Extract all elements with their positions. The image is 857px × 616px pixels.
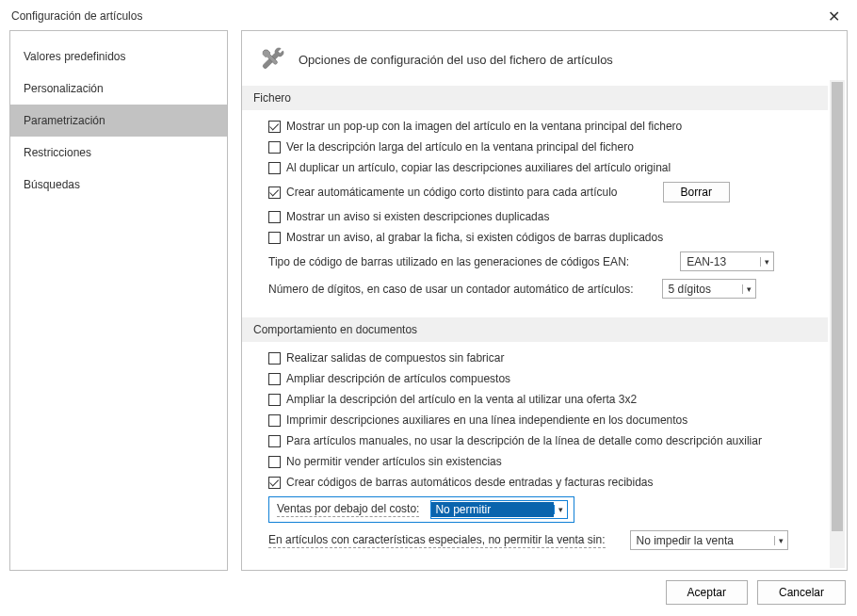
cancel-button[interactable]: Cancelar bbox=[757, 580, 846, 605]
label-imprimir-aux: Imprimir descripciones auxiliares en una… bbox=[286, 413, 687, 427]
sidebar-item-label: Valores predefinidos bbox=[24, 50, 126, 63]
select-ventas-bajo-costo[interactable]: No permitir ▾ bbox=[430, 500, 568, 519]
select-value: No permitir bbox=[431, 502, 554, 517]
scrollbar-vertical[interactable] bbox=[830, 80, 845, 568]
label-codigo-corto: Crear automáticamente un código corto di… bbox=[286, 186, 618, 199]
label-caract-especiales: En artículos con características especia… bbox=[268, 533, 606, 548]
label-num-digitos: Número de dígitos, en caso de usar un co… bbox=[268, 283, 634, 296]
select-caract-especiales[interactable]: No impedir la venta ▾ bbox=[630, 530, 788, 550]
checkbox-aviso-barras[interactable] bbox=[268, 232, 281, 244]
checkbox-codigo-corto[interactable] bbox=[268, 186, 281, 199]
section-body-comportamiento: Realizar salidas de compuestos sin fabri… bbox=[242, 351, 828, 569]
label-popup-imagen: Mostrar un pop-up con la imagen del artí… bbox=[286, 120, 682, 133]
row-num-digitos: Número de dígitos, en caso de usar un co… bbox=[268, 279, 815, 299]
checkbox-manuales-desc[interactable] bbox=[268, 435, 281, 447]
label-no-permitir-sin-exist: No permitir vender artículos sin existen… bbox=[286, 455, 502, 468]
row-desc-larga: Ver la descripción larga del artículo en… bbox=[268, 140, 815, 154]
content-panel: Opciones de configuración del uso del fi… bbox=[241, 30, 848, 571]
checkbox-duplicar-copiar[interactable] bbox=[268, 162, 281, 174]
highlight-ventas-bajo-costo: Ventas por debajo del costo: No permitir… bbox=[268, 496, 574, 523]
select-tipo-barras[interactable]: EAN-13 ▾ bbox=[680, 251, 774, 271]
sidebar-item-label: Personalización bbox=[24, 82, 104, 95]
sidebar-item-restricciones[interactable]: Restricciones bbox=[10, 137, 227, 169]
window-title: Configuración de artículos bbox=[11, 9, 142, 23]
sidebar-item-personalizacion[interactable]: Personalización bbox=[10, 73, 227, 105]
section-body-fichero: Mostrar un pop-up con la imagen del artí… bbox=[242, 120, 828, 317]
chevron-down-icon: ▾ bbox=[774, 536, 784, 545]
select-value: 5 dígitos bbox=[669, 283, 711, 296]
checkbox-ampliar-desc-oferta[interactable] bbox=[268, 394, 281, 406]
tools-icon bbox=[257, 44, 287, 74]
label-aviso-barras: Mostrar un aviso, al grabar la ficha, si… bbox=[286, 231, 663, 244]
chevron-down-icon: ▾ bbox=[554, 505, 567, 514]
chevron-down-icon: ▾ bbox=[742, 284, 752, 294]
scroll-inner: Fichero Mostrar un pop-up con la imagen … bbox=[242, 86, 828, 569]
row-salidas-compuestos: Realizar salidas de compuestos sin fabri… bbox=[268, 351, 815, 365]
label-aviso-duplicadas: Mostrar un aviso si existen descripcione… bbox=[286, 210, 549, 223]
checkbox-crear-barras-auto[interactable] bbox=[268, 477, 281, 489]
row-aviso-duplicadas: Mostrar un aviso si existen descripcione… bbox=[268, 210, 815, 223]
row-aviso-barras: Mostrar un aviso, al grabar la ficha, si… bbox=[268, 231, 815, 244]
sidebar-item-label: Parametrización bbox=[24, 114, 105, 127]
label-desc-larga: Ver la descripción larga del artículo en… bbox=[286, 140, 634, 154]
borrar-button[interactable]: Borrar bbox=[663, 182, 730, 203]
section-header-comportamiento: Comportamiento en documentos bbox=[242, 317, 828, 342]
label-tipo-barras: Tipo de código de barras utilizado en la… bbox=[268, 255, 629, 268]
accept-button[interactable]: Aceptar bbox=[666, 580, 748, 605]
sidebar-item-parametrizacion[interactable]: Parametrización bbox=[10, 105, 227, 137]
sidebar: Valores predefinidos Personalización Par… bbox=[9, 30, 228, 571]
section-header-fichero: Fichero bbox=[242, 86, 828, 110]
row-caract-especiales: En artículos con características especia… bbox=[268, 530, 815, 550]
scroll-area: Fichero Mostrar un pop-up con la imagen … bbox=[242, 78, 847, 570]
select-num-digitos[interactable]: 5 dígitos ▾ bbox=[662, 279, 756, 299]
row-imprimir-aux: Imprimir descripciones auxiliares en una… bbox=[268, 413, 815, 427]
select-value: EAN-13 bbox=[687, 255, 726, 268]
checkbox-popup-imagen[interactable] bbox=[268, 121, 281, 133]
row-crear-barras-auto: Crear códigos de barras automáticos desd… bbox=[268, 476, 815, 489]
close-icon[interactable]: ✕ bbox=[820, 8, 848, 25]
label-ampliar-desc-comp: Ampliar descripción de artículos compues… bbox=[286, 372, 510, 385]
row-ampliar-desc-comp: Ampliar descripción de artículos compues… bbox=[268, 372, 815, 385]
titlebar: Configuración de artículos ✕ bbox=[0, 0, 857, 30]
select-value: No impedir la venta bbox=[637, 534, 734, 547]
dialog-window: Configuración de artículos ✕ Valores pre… bbox=[0, 0, 857, 616]
checkbox-ampliar-desc-comp[interactable] bbox=[268, 373, 281, 385]
row-ampliar-desc-oferta: Ampliar la descripción del artículo en l… bbox=[268, 393, 815, 406]
row-no-permitir-sin-exist: No permitir vender artículos sin existen… bbox=[268, 455, 815, 468]
checkbox-imprimir-aux[interactable] bbox=[268, 414, 281, 427]
sidebar-item-busquedas[interactable]: Búsquedas bbox=[10, 169, 227, 201]
label-salidas-compuestos: Realizar salidas de compuestos sin fabri… bbox=[286, 351, 504, 365]
sidebar-item-label: Búsquedas bbox=[24, 178, 80, 191]
row-manuales-desc: Para artículos manuales, no usar la desc… bbox=[268, 434, 815, 447]
chevron-down-icon: ▾ bbox=[760, 257, 769, 267]
label-crear-barras-auto: Crear códigos de barras automáticos desd… bbox=[286, 476, 654, 489]
checkbox-salidas-compuestos[interactable] bbox=[268, 352, 281, 365]
row-popup-imagen: Mostrar un pop-up con la imagen del artí… bbox=[268, 120, 815, 133]
label-duplicar-copiar: Al duplicar un artículo, copiar las desc… bbox=[286, 161, 671, 174]
content-header: Opciones de configuración del uso del fi… bbox=[242, 31, 847, 78]
label-ventas-bajo-costo: Ventas por debajo del costo: bbox=[277, 502, 419, 517]
row-ventas-bajo-costo: Ventas por debajo del costo: No permitir… bbox=[268, 496, 815, 523]
checkbox-no-permitir-sin-exist[interactable] bbox=[268, 456, 281, 468]
row-tipo-barras: Tipo de código de barras utilizado en la… bbox=[268, 251, 815, 271]
row-duplicar-copiar: Al duplicar un artículo, copiar las desc… bbox=[268, 161, 815, 174]
scrollbar-thumb[interactable] bbox=[832, 82, 843, 531]
dialog-footer: Aceptar Cancelar bbox=[0, 571, 857, 616]
checkbox-aviso-duplicadas[interactable] bbox=[268, 211, 281, 223]
sidebar-item-valores-predefinidos[interactable]: Valores predefinidos bbox=[10, 41, 227, 73]
page-title: Opciones de configuración del uso del fi… bbox=[299, 53, 613, 67]
label-ampliar-desc-oferta: Ampliar la descripción del artículo en l… bbox=[286, 393, 637, 406]
sidebar-item-label: Restricciones bbox=[24, 146, 91, 159]
label-manuales-desc: Para artículos manuales, no usar la desc… bbox=[286, 434, 762, 447]
checkbox-desc-larga[interactable] bbox=[268, 141, 281, 154]
row-codigo-corto: Crear automáticamente un código corto di… bbox=[268, 182, 815, 203]
dialog-body: Valores predefinidos Personalización Par… bbox=[0, 30, 857, 571]
